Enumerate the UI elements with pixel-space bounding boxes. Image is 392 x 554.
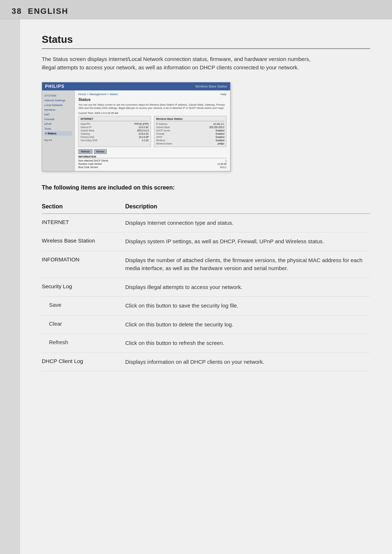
screenshot-nav: SYSTEM Internet Settings Local Network W… [42, 90, 75, 171]
nav-firewall[interactable]: Firewall [44, 117, 72, 122]
desc-wbs: Displays system IP settings, as well as … [125, 232, 370, 251]
info-row-1: Num attached DHCP Clients1 [78, 159, 226, 162]
nav-tools[interactable]: Tools [44, 126, 72, 131]
wbs-row-6: WirelessEnabled [156, 139, 224, 142]
wbs-row-3: DHCP ServerEnabled [156, 129, 224, 132]
screenshot-panels: INTERNET Dial/VPNPPPoE (PPP) Internet IP… [78, 116, 226, 147]
screenshot-renew-button[interactable]: Renew [94, 149, 107, 154]
screenshot-body: SYSTEM Internet Settings Local Network W… [42, 90, 230, 171]
info-panel-title: INFORMATION [78, 155, 226, 158]
philips-logo: PHILIPS [45, 84, 65, 89]
internet-row-6: Secondary DNS3.2.3C [81, 139, 149, 142]
section-internet: INTERNET [42, 213, 125, 232]
screenshot-mockup: PHILIPS Wireless Base Station SYSTEM Int… [42, 82, 230, 171]
wbs-panel-title: Wireless Base Station [156, 118, 224, 121]
section-refresh: Refresh [42, 334, 125, 353]
screenshot-action-buttons: Refresh Renew [78, 149, 226, 154]
nav-system[interactable]: SYSTEM [44, 93, 72, 98]
col-section-header: Section [42, 200, 125, 214]
table-row: Clear Click on this button to delete the… [42, 315, 370, 334]
desc-clear: Click on this button to delete the secur… [125, 315, 370, 334]
internet-panel: INTERNET Dial/VPNPPPoE (PPP) Internet IP… [78, 116, 151, 147]
help-link[interactable]: Help [221, 93, 226, 96]
left-sidebar [0, 19, 20, 554]
nav-status[interactable]: > Status [44, 131, 72, 136]
page-label: ENGLISH [28, 7, 69, 16]
nav-upnp[interactable]: UPnP [44, 122, 72, 126]
screenshot-status-title: Status [78, 97, 226, 102]
wbs-row-7: Wireless Namephilips [156, 142, 224, 145]
intro-text: The Status screen displays Internet/Loca… [42, 55, 325, 72]
screenshot-timestamp: Current Time: 2004-2-9 0:23:45 AM [78, 112, 226, 114]
section-dhcp-client-log: DHCP Client Log [42, 353, 125, 371]
main-content: Status The Status screen displays Intern… [20, 19, 392, 554]
section-information: INFORMATION [42, 251, 125, 278]
page-title: 38 ENGLISH [12, 7, 69, 16]
page-container: 38 ENGLISH Status The Status screen disp… [0, 0, 392, 554]
table-row: Security Log Displays illegal attempts t… [42, 278, 370, 297]
screenshot-refresh-button[interactable]: Refresh [78, 149, 93, 154]
internet-row-3: Subnet Mask255.0.0.0.0 [81, 129, 149, 132]
wbs-row-5: UPnPEnabled [156, 135, 224, 139]
desc-refresh: Click on this button to refresh the scre… [125, 334, 370, 353]
wbs-panel: Wireless Base Station IP Address10.161.2… [154, 116, 226, 147]
wbs-row-4: FirewallEnabled [156, 132, 224, 135]
table-row: Save Click on this button to save the se… [42, 297, 370, 315]
desc-internet: Displays Internet connection type and st… [125, 213, 370, 232]
table-row: Refresh Click on this button to refresh … [42, 334, 370, 353]
content-wrapper: Status The Status screen displays Intern… [0, 19, 392, 554]
desc-save: Click on this button to save the securit… [125, 297, 370, 315]
wbs-row-1: IP Address10.161.2.1 [156, 122, 224, 126]
table-row: INFORMATION Displays the number of attac… [42, 251, 370, 278]
section-save: Save [42, 297, 125, 315]
items-table: Section Description INTERNET Displays In… [42, 200, 370, 372]
internet-row-2: Internet IP10.0.0.9C [81, 126, 149, 129]
page-number: 38 [12, 7, 22, 16]
nav-logout[interactable]: log out [44, 139, 72, 141]
info-row-2: Runtime Code Versionv1.00.06 [78, 162, 226, 166]
internet-row-4: Gateway10.0.0.3C [81, 132, 149, 135]
following-items-title: The following items are included on this… [42, 184, 370, 191]
desc-dhcp-client-log: Displays information on all DHCP clients… [125, 353, 370, 371]
section-wbs: Wireless Base Station [42, 232, 125, 251]
desc-security-log: Displays illegal attempts to access your… [125, 278, 370, 297]
wbs-row-2: Subnet Mask255.255.255.0 [156, 126, 224, 129]
internet-panel-title: INTERNET [81, 118, 149, 121]
col-description-header: Description [125, 200, 370, 214]
section-security-log: Security Log [42, 278, 125, 297]
nav-local-network[interactable]: Local Network [44, 103, 72, 107]
section-clear: Clear [42, 315, 125, 334]
screenshot-main: Home > Management > Status Help Status Y… [75, 90, 230, 171]
info-row-3: Boot Code Versionv0.0.1 [78, 166, 226, 169]
nav-nat[interactable]: NAT [44, 112, 72, 117]
screenshot-header: PHILIPS Wireless Base Station [42, 82, 230, 90]
info-panel: INFORMATION Num attached DHCP Clients1 R… [78, 155, 226, 169]
screenshot-breadcrumb: Home > Management > Status Help [78, 93, 226, 96]
wbs-label: Wireless Base Station [195, 85, 227, 88]
section-title: Status [42, 34, 370, 49]
table-row: Wireless Base Station Displays system IP… [42, 232, 370, 251]
desc-information: Displays the number of attached clients,… [125, 251, 370, 278]
top-bar: 38 ENGLISH [0, 0, 392, 19]
internet-row-5: Primary DNS10.0.0.9P [81, 135, 149, 139]
table-row: INTERNET Displays Internet connection ty… [42, 213, 370, 232]
screenshot-desc: You can use the Status screen to see the… [78, 103, 226, 110]
internet-row-1: Dial/VPNPPPoE (PPP) [81, 122, 149, 126]
nav-wireless[interactable]: Wireless [44, 107, 72, 112]
nav-internet-settings[interactable]: Internet Settings [44, 98, 72, 103]
table-row: DHCP Client Log Displays information on … [42, 353, 370, 371]
